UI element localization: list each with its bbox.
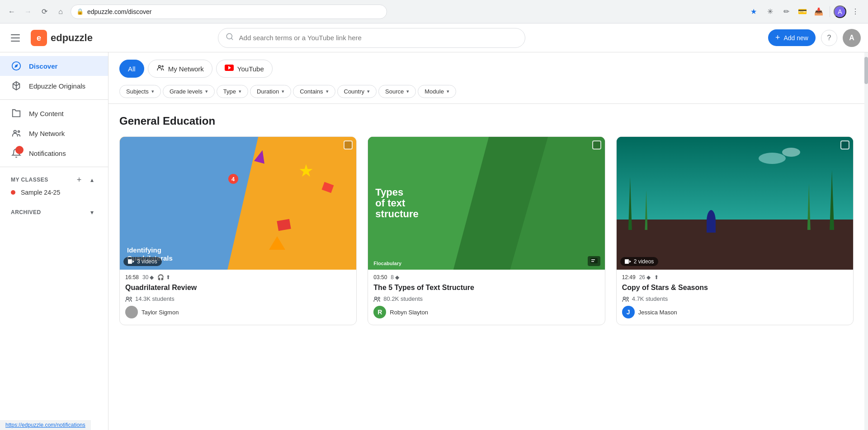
collapse-classes-button[interactable]: ▴ [86,174,97,185]
downloads-button[interactable]: 📥 [811,5,826,19]
filter-source-label: Source [385,88,404,95]
svg-marker-13 [132,260,134,263]
filter-source[interactable]: Source ▾ [378,85,416,98]
forward-button[interactable]: → [22,5,34,18]
video-count-text-1: 3 videos [137,258,157,265]
logo-link[interactable]: e edpuzzle [31,30,93,46]
svg-point-6 [14,131,17,133]
hamburger-button[interactable] [7,30,24,46]
filter-subjects[interactable]: Subjects ▾ [119,85,161,98]
sidebar-item-discover[interactable]: Discover [0,56,108,76]
main-layout: Discover Edpuzzle Originals [0,52,868,430]
subtitle-icon [588,256,600,266]
logo-icon: e [31,30,47,46]
archived-header[interactable]: ARCHIVED ▾ [11,207,97,218]
notification-badge [15,146,24,154]
bookmark-button[interactable]: ★ [746,5,761,19]
address-bar[interactable]: 🔒 edpuzzle.com/discover [71,5,387,19]
add-new-button[interactable]: + Add new [768,29,816,46]
number-badge-4: 4 [228,174,238,184]
svg-rect-16 [590,258,598,263]
subjects-chevron-icon: ▾ [151,89,154,94]
svg-point-9 [162,66,163,67]
sidebar-item-my-content[interactable]: My Content [0,103,108,123]
orange-triangle [269,236,285,250]
svg-point-24 [627,297,628,299]
tab-youtube[interactable]: YouTube [216,60,273,78]
card-meta-2: 03:50 8 ◆ [373,274,599,280]
tab-all-label: All [128,65,136,73]
content-main: General Education IdentifyingQuadrilater… [108,104,864,336]
card-students-1: 14.3K students [125,295,351,302]
diamond-icon-2: ◆ [395,274,399,280]
tab-youtube-label: YouTube [237,65,264,73]
red-shape-2 [322,182,334,193]
my-classes-section: MY CLASSES + ▴ Sample 24-25 [0,171,108,203]
cloud-1 [759,153,786,164]
card-title-2: The 5 Types of Text Structure [373,283,599,293]
my-classes-title: MY CLASSES [11,177,48,183]
help-icon: ? [827,34,831,42]
tab-all[interactable]: All [119,60,144,78]
students-count-3: 4.7K students [632,295,668,302]
top-nav: e edpuzzle + Add new ? A [0,23,868,52]
sidebar-item-my-network[interactable]: My Network [0,123,108,143]
browser-menu-button[interactable]: ⋮ [848,5,863,19]
home-button[interactable]: ⌂ [54,5,67,18]
class-item-sample[interactable]: Sample 24-25 [11,185,97,200]
section-title: General Education [119,115,854,127]
video-card-3[interactable]: 2 videos 12:49 26 ◆ [616,136,854,325]
filter-type-label: Type [223,88,236,95]
card-checkbox-1[interactable] [344,140,353,150]
lock-icon: 🔒 [76,8,84,15]
card-thumbnail-2: Typesof textstructure Flocabulary [368,137,604,270]
author-name-1: Taylor Sigmon [142,309,179,316]
scrollbar-thumb[interactable] [864,57,868,84]
filter-contains[interactable]: Contains ▾ [293,85,335,98]
sidebar-item-edpuzzle-originals[interactable]: Edpuzzle Originals [0,76,108,96]
wallet-button[interactable]: 💳 [795,5,810,19]
svg-point-15 [130,297,132,299]
expand-archived-button[interactable]: ▾ [86,207,97,218]
scrollbar[interactable] [864,52,868,430]
tab-my-network[interactable]: My Network [148,60,212,78]
profile-button[interactable]: A [834,5,846,18]
card-questions-3: 26 ◆ [639,274,651,280]
svg-point-14 [127,297,129,299]
hamburger-line [11,34,20,35]
my-classes-header[interactable]: MY CLASSES + ▴ [11,174,97,185]
user-avatar-button[interactable]: A [843,29,861,47]
video-card-1[interactable]: IdentifyingQuadrilaterals ★ [119,136,357,325]
search-input[interactable] [239,34,518,42]
edit-button[interactable]: ✏ [779,5,793,19]
students-count-1: 14.3K students [135,295,175,302]
filter-grade-levels[interactable]: Grade levels ▾ [163,85,215,98]
author-avatar-1 [125,306,138,318]
status-url: https://edpuzzle.com/notifications [5,422,85,428]
video-count-badge-3: 2 videos [620,257,659,266]
add-class-button[interactable]: + [74,174,85,185]
my-network-icon [11,128,22,139]
filter-country[interactable]: Country ▾ [337,85,377,98]
headset-icon: 🎧 [157,274,164,280]
help-button[interactable]: ? [821,30,837,46]
sidebar: Discover Edpuzzle Originals [0,52,108,430]
card-author-2: R Robyn Slayton [373,306,599,318]
card-author-1: Taylor Sigmon [125,306,351,318]
filter-module[interactable]: Module ▾ [418,85,456,98]
svg-text:e: e [37,33,41,42]
svg-rect-21 [625,259,629,264]
hamburger-line [11,37,20,38]
filter-type[interactable]: Type ▾ [217,85,248,98]
separator [830,6,830,17]
reload-button[interactable]: ⟳ [38,5,51,18]
back-button[interactable]: ← [5,5,18,18]
sidebar-item-notifications[interactable]: Notifications [0,143,108,163]
card-checkbox-3[interactable] [840,140,849,150]
video-card-2[interactable]: Typesof textstructure Flocabulary [368,136,605,325]
filter-duration[interactable]: Duration ▾ [250,85,291,98]
filter-module-label: Module [425,88,444,95]
browser-toolbar: ★ ✳ ✏ 💳 📥 A ⋮ [746,5,863,19]
extensions-button[interactable]: ✳ [763,5,777,19]
card-checkbox-2[interactable] [592,140,601,150]
